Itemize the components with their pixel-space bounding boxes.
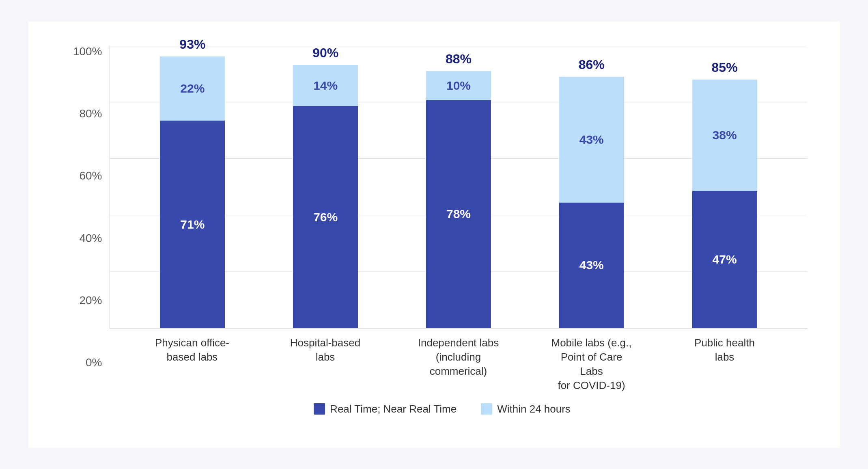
bar-group-physician: 93%22%71% xyxy=(152,56,233,329)
y-axis-label: 20% xyxy=(79,295,102,306)
bars-row: 93%22%71%90%14%76%88%10%78%86%43%43%85%3… xyxy=(110,46,808,329)
bar-group-hospital: 90%14%76% xyxy=(285,65,366,328)
legend-swatch-real-time xyxy=(314,403,325,415)
x-label-hospital: Hospital-based labs xyxy=(285,336,366,393)
legend: Real Time; Near Real TimeWithin 24 hours xyxy=(77,403,808,415)
bar-total-label-public: 85% xyxy=(712,60,738,75)
bar-light-independent: 10% xyxy=(426,71,491,100)
bar-stack-mobile: 86%43%43% xyxy=(559,77,624,328)
bar-total-label-mobile: 86% xyxy=(579,57,605,72)
bar-dark-public: 47% xyxy=(692,191,757,328)
x-label-public: Public health labs xyxy=(684,336,765,393)
chart-area: 100%80%60%40%20%0% 93%22%71%90%14%76%88%… xyxy=(77,46,808,393)
bar-group-public: 85%38%47% xyxy=(684,80,765,328)
bar-dark-physician: 71% xyxy=(160,121,225,328)
x-labels: Physican office-based labsHospital-based… xyxy=(110,329,808,393)
x-label-physician: Physican office-based labs xyxy=(152,336,233,393)
bar-total-label-physician: 93% xyxy=(179,37,205,52)
bar-stack-physician: 93%22%71% xyxy=(160,56,225,329)
y-axis-label: 60% xyxy=(79,170,102,182)
bar-light-hospital: 14% xyxy=(293,65,358,106)
y-axis-label: 100% xyxy=(73,46,102,57)
bar-dark-mobile: 43% xyxy=(559,203,624,329)
chart-container: 100%80%60%40%20%0% 93%22%71%90%14%76%88%… xyxy=(28,22,840,448)
bar-stack-hospital: 90%14%76% xyxy=(293,65,358,328)
bar-group-mobile: 86%43%43% xyxy=(551,77,632,328)
legend-label-within-24: Within 24 hours xyxy=(497,403,571,415)
chart-inner: 93%22%71%90%14%76%88%10%78%86%43%43%85%3… xyxy=(110,46,808,393)
bar-dark-hospital: 76% xyxy=(293,106,358,328)
x-label-independent: Independent labs(includingcommerical) xyxy=(418,336,499,393)
bar-stack-independent: 88%10%78% xyxy=(426,71,491,329)
y-axis-label: 80% xyxy=(79,108,102,119)
bar-stack-public: 85%38%47% xyxy=(692,80,757,328)
x-label-mobile: Mobile labs (e.g.,Point of Care Labsfor … xyxy=(551,336,632,393)
bar-dark-independent: 78% xyxy=(426,100,491,329)
bar-group-independent: 88%10%78% xyxy=(418,71,499,329)
legend-label-real-time: Real Time; Near Real Time xyxy=(330,403,457,415)
bar-light-mobile: 43% xyxy=(559,77,624,203)
y-axis: 100%80%60%40%20%0% xyxy=(77,46,110,393)
bar-total-label-hospital: 90% xyxy=(312,45,338,61)
legend-item-within-24: Within 24 hours xyxy=(481,403,571,415)
bar-light-public: 38% xyxy=(692,80,757,191)
bar-total-label-independent: 88% xyxy=(446,52,472,67)
legend-swatch-within-24 xyxy=(481,403,492,415)
y-axis-label: 40% xyxy=(79,233,102,244)
bars-and-grid: 93%22%71%90%14%76%88%10%78%86%43%43%85%3… xyxy=(110,46,808,329)
y-axis-label: 0% xyxy=(86,357,102,368)
bar-light-physician: 22% xyxy=(160,56,225,121)
legend-item-real-time: Real Time; Near Real Time xyxy=(314,403,457,415)
